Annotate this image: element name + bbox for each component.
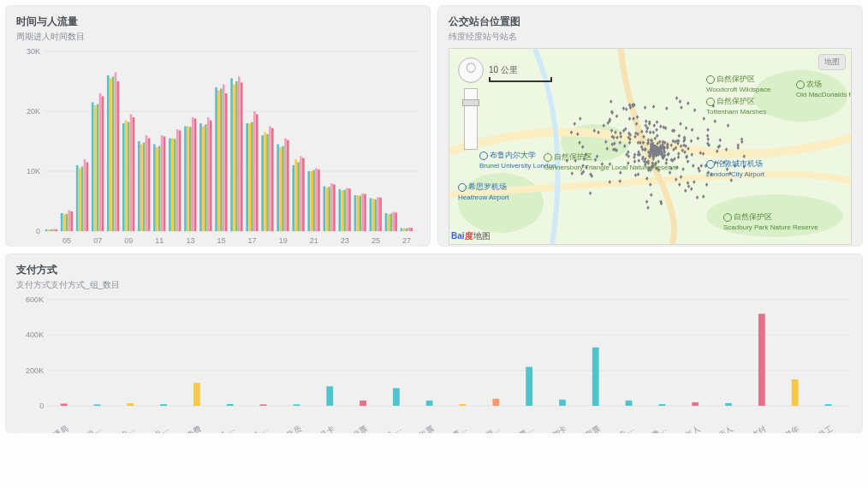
svg-rect-12 <box>55 229 57 231</box>
svg-text:11: 11 <box>155 236 163 245</box>
svg-text:13: 13 <box>186 236 194 245</box>
map-type-switch[interactable]: 地图 <box>818 54 846 70</box>
svg-rect-31 <box>115 73 117 232</box>
svg-rect-114 <box>372 199 375 231</box>
svg-rect-153 <box>61 404 68 406</box>
svg-rect-49 <box>171 139 174 232</box>
svg-rect-85 <box>282 146 284 231</box>
svg-rect-103 <box>339 189 342 231</box>
svg-rect-18 <box>76 165 79 231</box>
svg-rect-113 <box>370 199 372 232</box>
hourly-traffic-card: 时间与人流量 周期进人时间数目 010K20K30K05070911131517… <box>5 5 431 247</box>
svg-rect-74 <box>248 123 251 231</box>
svg-rect-76 <box>253 111 256 231</box>
svg-rect-28 <box>107 75 110 231</box>
svg-rect-36 <box>130 115 133 232</box>
svg-rect-51 <box>176 129 179 231</box>
svg-text:07: 07 <box>93 236 102 245</box>
svg-rect-10 <box>51 229 53 231</box>
svg-rect-187 <box>626 401 633 406</box>
svg-text:星期票…: 星期票… <box>504 424 535 433</box>
svg-rect-185 <box>592 348 599 406</box>
svg-rect-89 <box>294 159 297 231</box>
svg-rect-87 <box>287 140 289 231</box>
svg-text:10K: 10K <box>27 167 40 176</box>
map-pan-control[interactable] <box>458 57 484 83</box>
bus-stop-map-card: 公交站台位置图 纬度经度站号站名 ♦♦♦♦♦♦♦♦♦♦♦♦♦♦♦♦♦♦♦♦♦♦♦… <box>437 5 863 247</box>
svg-rect-75 <box>251 122 253 231</box>
svg-rect-118 <box>385 213 388 231</box>
svg-rect-173 <box>393 388 400 406</box>
svg-rect-93 <box>307 171 310 231</box>
svg-rect-101 <box>330 183 333 231</box>
payment-bar-chart[interactable]: 0200K400K600K伦敦交通局伦敦地铁公司…伦敦地铁公司卡…伦敦地铁公司卡… <box>16 296 852 433</box>
svg-rect-171 <box>360 401 366 406</box>
svg-text:老年: 老年 <box>783 424 801 433</box>
svg-rect-42 <box>148 139 151 232</box>
svg-rect-107 <box>348 188 351 231</box>
svg-rect-58 <box>199 123 202 231</box>
svg-text:17: 17 <box>248 236 257 245</box>
svg-rect-79 <box>264 133 266 232</box>
svg-text:伦敦交通局: 伦敦交通局 <box>33 424 70 433</box>
svg-rect-22 <box>86 163 89 232</box>
svg-rect-126 <box>407 228 410 231</box>
svg-rect-21 <box>84 159 86 231</box>
svg-rect-24 <box>94 105 97 231</box>
svg-rect-46 <box>161 135 163 231</box>
svg-rect-169 <box>326 386 333 406</box>
svg-rect-29 <box>110 79 112 232</box>
svg-rect-9 <box>48 229 51 231</box>
svg-rect-57 <box>194 118 197 231</box>
svg-rect-47 <box>163 136 166 231</box>
svg-rect-62 <box>210 121 212 232</box>
svg-text:有限乘…: 有限乘… <box>638 424 669 433</box>
svg-rect-105 <box>343 190 346 231</box>
svg-rect-94 <box>310 171 312 231</box>
svg-rect-61 <box>207 117 210 231</box>
svg-rect-40 <box>143 142 146 231</box>
svg-rect-26 <box>99 93 102 231</box>
svg-rect-157 <box>127 403 134 406</box>
svg-rect-32 <box>117 81 120 231</box>
map-zoom-slider[interactable] <box>464 88 478 150</box>
svg-rect-35 <box>128 122 130 231</box>
svg-text:20K: 20K <box>27 107 40 116</box>
svg-rect-59 <box>202 127 205 232</box>
svg-rect-121 <box>392 212 395 231</box>
svg-rect-52 <box>179 130 181 231</box>
svg-rect-98 <box>324 187 326 232</box>
svg-rect-53 <box>184 127 187 232</box>
svg-rect-34 <box>125 121 128 232</box>
map-nav-control[interactable] <box>458 57 484 152</box>
svg-text:公交运营员: 公交运营员 <box>265 424 303 433</box>
svg-rect-90 <box>297 163 300 232</box>
map-zoom-handle[interactable] <box>462 99 479 106</box>
svg-rect-84 <box>279 147 282 231</box>
svg-rect-110 <box>359 196 361 231</box>
svg-rect-19 <box>79 169 81 232</box>
svg-rect-91 <box>300 157 302 232</box>
svg-text:23: 23 <box>341 236 349 245</box>
svg-rect-16 <box>68 211 71 232</box>
svg-rect-163 <box>227 404 234 406</box>
svg-rect-30 <box>112 76 115 231</box>
hourly-bar-chart[interactable]: 010K20K30K050709111315171921232527 <box>16 48 419 247</box>
svg-rect-72 <box>241 82 243 231</box>
svg-rect-68 <box>230 79 233 232</box>
svg-rect-199 <box>825 404 832 406</box>
svg-rect-78 <box>261 135 264 231</box>
svg-rect-109 <box>356 195 359 231</box>
svg-text:19: 19 <box>279 236 288 245</box>
svg-rect-65 <box>220 88 223 231</box>
svg-rect-189 <box>659 404 666 406</box>
svg-text:非优惠…: 非优惠… <box>438 424 469 433</box>
dashboard-page: 时间与人流量 周期进人时间数目 010K20K30K05070911131517… <box>0 0 868 488</box>
map-canvas[interactable]: ♦♦♦♦♦♦♦♦♦♦♦♦♦♦♦♦♦♦♦♦♦♦♦♦♦♦♦♦♦♦♦♦♦♦♦♦♦♦♦♦… <box>449 48 852 245</box>
svg-rect-116 <box>377 197 379 231</box>
svg-rect-117 <box>379 198 382 231</box>
map-poi: 自然保护区Gunnersbury Triangle Local Nature R… <box>544 152 678 171</box>
svg-rect-80 <box>266 134 269 231</box>
svg-text:25: 25 <box>372 236 380 245</box>
svg-rect-83 <box>276 145 279 232</box>
